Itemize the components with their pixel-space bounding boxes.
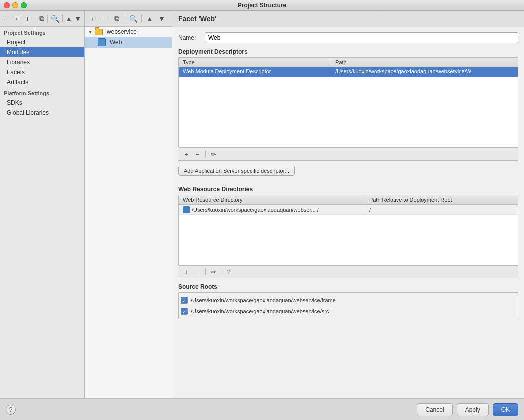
sidebar-item-facets[interactable]: Facets [0,67,84,77]
name-label: Name: [178,34,201,41]
wrd-edit-btn[interactable]: ✏ [208,267,218,276]
dd-row-0[interactable]: Web Module Deployment Descriptor /Users/… [179,67,518,77]
wrd-dir-icon [183,206,190,213]
dd-table: Type Path Web Module Deployment Descript… [178,57,518,148]
wrd-remove-btn[interactable]: − [193,267,203,276]
source-roots-section: Source Roots ✓ /Users/kuoxin/workspace/g… [178,283,518,319]
bottom-bar: ? Cancel Apply OK [0,398,524,420]
sidebar-item-project[interactable]: Project [0,37,84,47]
wrd-cell-path-0: / [365,206,518,214]
back-button[interactable]: ← [3,14,10,24]
project-settings-label: Project Settings [0,27,84,37]
facet-header: Facet 'Web' [172,11,524,27]
title-bar: Project Structure [0,0,524,11]
wrd-toolbar-divider [205,268,206,275]
dd-cell-path-0: /Users/kuoxin/workspace/gaoxiaodaquan/we… [331,67,518,77]
sidebar-item-sdks[interactable]: SDKs [0,98,84,108]
wrd-toolbar-divider-2 [221,268,221,275]
tree-item-label: webservice [107,28,137,35]
folder-icon [95,29,103,35]
source-root-item-1[interactable]: ✓ /Users/kuoxin/workspace/gaoxiaodaquan/… [179,307,518,316]
dd-cell-type-0: Web Module Deployment Descriptor [179,67,331,77]
source-roots-title: Source Roots [178,283,518,290]
add-button[interactable]: + [25,14,30,24]
sidebar-item-global-libraries[interactable]: Global Libraries [0,108,84,118]
wrd-col-path-header: Path Relative to Deployment Root [365,195,518,204]
sidebar-item-libraries[interactable]: Libraries [0,57,84,67]
wrd-mini-toolbar: + − ✏ ? [178,265,518,278]
move-up-button[interactable]: ▲ [65,14,72,24]
wrd-cell-dir-0: /Users/kuoxin/workspace/gaoxiaodaquan/we… [179,205,365,214]
dd-edit-btn[interactable]: ✏ [208,150,218,159]
remove-button[interactable]: − [32,14,37,24]
source-root-checkbox-0[interactable]: ✓ [181,297,188,304]
sidebar-item-modules[interactable]: Modules [0,47,84,57]
tree-item-web[interactable]: Web [85,37,172,48]
forward-button[interactable]: → [12,14,19,24]
name-row: Name: [178,32,518,43]
source-root-checkbox-1[interactable]: ✓ [181,308,188,315]
search-button[interactable]: 🔍 [51,14,59,24]
cancel-button[interactable]: Cancel [417,403,452,416]
source-root-text-1: /Users/kuoxin/workspace/gaoxiaodaquan/we… [191,308,329,314]
close-button[interactable] [4,2,10,8]
name-input[interactable] [205,32,518,43]
tree-panel: + − ⧉ 🔍 ▲ ▼ ▼ webservice Web [85,11,172,398]
facet-content: Name: Deployment Descriptors Type Path W… [172,27,524,398]
tree-toolbar: + − ⧉ 🔍 ▲ ▼ [85,11,172,27]
wrd-empty-area [179,215,518,265]
expand-arrow: ▼ [88,29,93,35]
web-icon [98,38,106,46]
sidebar-item-artifacts[interactable]: Artifacts [0,77,84,87]
dd-col-path-header: Path [331,58,518,67]
platform-settings-label: Platform Settings [0,87,84,98]
minimize-button[interactable] [12,2,18,8]
move-down-button[interactable]: ▼ [74,14,81,24]
help-button[interactable]: ? [6,405,16,415]
source-root-text-0: /Users/kuoxin/workspace/gaoxiaodaquan/we… [191,297,336,303]
dd-add-btn[interactable]: + [181,150,191,159]
left-panel: ← → + − ⧉ 🔍 ▲ ▼ Project Settings Project… [0,11,85,398]
web-resource-directories-section: Web Resource Directories Web Resource Di… [178,186,518,278]
action-buttons: Cancel Apply OK [417,403,518,416]
tree-add-button[interactable]: + [88,14,98,24]
tree-down-button[interactable]: ▼ [157,14,167,24]
ok-button[interactable]: OK [493,403,518,416]
wrd-section-title: Web Resource Directories [178,186,518,193]
apply-button[interactable]: Apply [457,403,489,416]
nav-toolbar: ← → + − ⧉ 🔍 ▲ ▼ [0,11,84,27]
tree-copy-button[interactable]: ⧉ [112,14,122,24]
toolbar-divider-1 [22,15,22,23]
dd-col-type-header: Type [179,58,331,67]
tree-divider-1 [125,15,125,23]
source-roots-list: ✓ /Users/kuoxin/workspace/gaoxiaodaquan/… [179,293,518,319]
wrd-row-0[interactable]: /Users/kuoxin/workspace/gaoxiaodaquan/we… [179,205,518,215]
tree-item-label: Web [110,39,122,46]
add-server-descriptor-button[interactable]: Add Application Server specific descript… [178,166,295,176]
copy-button[interactable]: ⧉ [39,14,44,24]
toolbar-divider-2 [47,15,48,23]
dd-toolbar-divider [205,151,206,158]
tree-divider-2 [141,15,142,23]
wrd-table-header: Web Resource Directory Path Relative to … [179,195,518,205]
tree-up-button[interactable]: ▲ [145,14,155,24]
maximize-button[interactable] [21,2,27,8]
dd-mini-toolbar: + − ✏ [178,148,518,161]
toolbar-divider-3 [62,15,63,23]
deployment-descriptors-section: Deployment Descriptors Type Path Web Mod… [178,48,518,181]
dd-remove-btn[interactable]: − [193,150,203,159]
source-roots-table: ✓ /Users/kuoxin/workspace/gaoxiaodaquan/… [178,292,518,319]
wrd-add-btn[interactable]: + [181,267,191,276]
dd-section-title: Deployment Descriptors [178,48,518,55]
traffic-lights [4,2,27,8]
tree-item-webservice[interactable]: ▼ webservice [85,27,172,37]
tree-remove-button[interactable]: − [100,14,110,24]
dd-empty-area [179,77,518,147]
wrd-col-dir-header: Web Resource Directory [179,195,365,204]
wrd-help-btn[interactable]: ? [224,267,234,276]
tree-search-button[interactable]: 🔍 [128,14,138,24]
right-panel: Facet 'Web' Name: Deployment Descriptors… [172,11,524,398]
source-root-item-0[interactable]: ✓ /Users/kuoxin/workspace/gaoxiaodaquan/… [179,296,518,305]
window-title: Project Structure [238,2,286,9]
dd-table-header: Type Path [179,58,518,67]
